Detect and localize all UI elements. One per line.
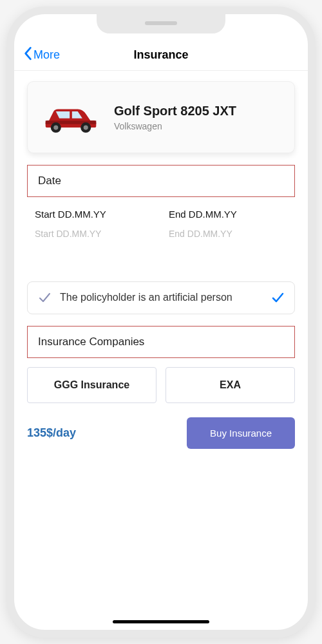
svg-point-2 (53, 126, 58, 130)
company-option-exa[interactable]: EXA (166, 367, 295, 403)
phone-frame: More Insurance (6, 6, 316, 638)
phone-notch (97, 14, 225, 33)
footer-bar: 135$/day Buy Insurance (27, 417, 295, 449)
date-grid: Start DD.MM.YY End DD.MM.YY (27, 197, 295, 245)
car-name: Golf Sport 8205 JXT (114, 104, 236, 118)
check-icon (38, 291, 51, 304)
companies-header: Insurance Companies (27, 326, 295, 358)
page-title: Insurance (133, 48, 188, 62)
start-date-input[interactable] (35, 229, 153, 239)
buy-button[interactable]: Buy Insurance (187, 417, 295, 449)
content: Golf Sport 8205 JXT Volkswagen Date Star… (14, 71, 308, 630)
car-make: Volkswagen (114, 121, 236, 131)
end-date-label: End DD.MM.YY (169, 209, 287, 220)
screen: More Insurance (14, 14, 308, 630)
policyholder-toggle[interactable]: The policyholder is an artificial person (27, 281, 295, 314)
end-date-input[interactable] (169, 229, 287, 239)
car-card: Golf Sport 8205 JXT Volkswagen (27, 81, 295, 153)
start-date-label: Start DD.MM.YY (35, 209, 153, 220)
home-indicator[interactable] (113, 620, 209, 623)
back-label: More (33, 48, 60, 62)
policyholder-text: The policyholder is an artificial person (60, 291, 262, 305)
price-label: 135$/day (27, 426, 76, 440)
svg-point-4 (84, 126, 88, 130)
car-icon (42, 101, 100, 133)
back-button[interactable]: More (23, 46, 60, 64)
navbar: More Insurance (14, 41, 308, 71)
company-list: GGG Insurance EXA (27, 367, 295, 403)
check-icon (271, 291, 284, 304)
car-text: Golf Sport 8205 JXT Volkswagen (114, 104, 236, 131)
company-option-ggg[interactable]: GGG Insurance (27, 367, 156, 403)
chevron-left-icon (23, 46, 32, 64)
date-header: Date (27, 165, 295, 197)
